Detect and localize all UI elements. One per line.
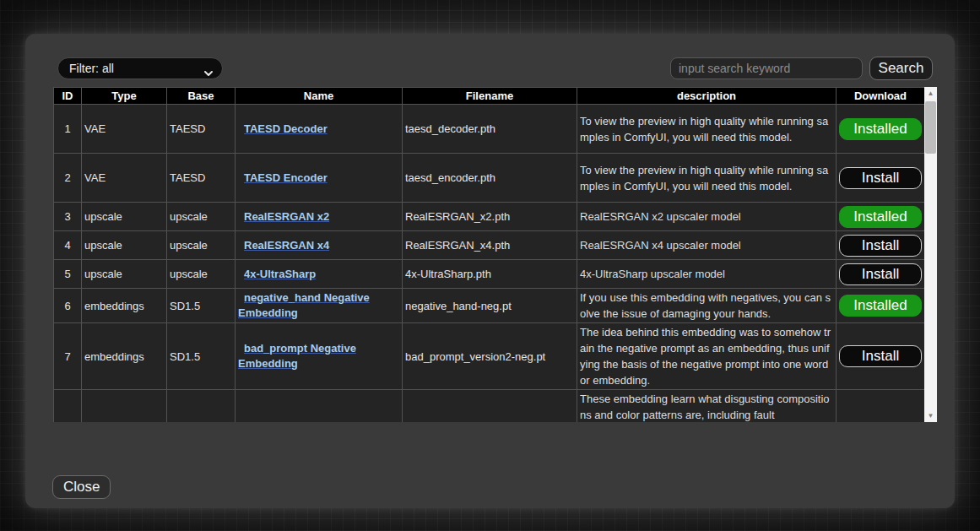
table-header-row: ID Type Base Name Filename description D… <box>54 88 925 105</box>
row-description-cell: RealESRGAN x2 upscaler model <box>577 203 837 231</box>
row-description-cell: To view the preview in high quality whil… <box>577 154 837 203</box>
row-filename-cell: bad_prompt_version2-neg.pt <box>403 323 577 390</box>
download-button[interactable]: Installed <box>839 295 922 317</box>
column-header-description: description <box>577 88 837 105</box>
row-type-cell: upscale <box>82 231 167 260</box>
table-row: 4 upscale upscale RealESRGAN x4 RealESRG… <box>54 231 925 260</box>
row-filename-cell: taesd_encoder.pth <box>403 154 577 203</box>
download-button[interactable]: Installed <box>839 118 922 140</box>
table-row: 3 upscale upscale RealESRGAN x2 RealESRG… <box>54 203 925 231</box>
download-button[interactable]: Installed <box>839 206 922 228</box>
row-description-cell: If you use this embedding with negatives… <box>577 289 837 323</box>
row-base-cell: TAESD <box>167 105 236 154</box>
row-name-cell: TAESD Decoder <box>236 105 403 154</box>
row-description-cell: To view the preview in high quality whil… <box>577 105 837 154</box>
row-download-cell: Installed <box>837 289 925 323</box>
row-type-cell: VAE <box>82 105 167 154</box>
model-name-link[interactable]: 4x-UltraSharp <box>238 267 399 282</box>
row-name-cell: 4x-UltraSharp <box>236 260 403 289</box>
row-type-cell: embeddings <box>82 289 167 323</box>
model-name-link[interactable]: TAESD Decoder <box>238 122 399 137</box>
table-row: 6 embeddings SD1.5 negative_hand Negativ… <box>54 289 925 323</box>
row-id-cell: 6 <box>54 289 82 323</box>
close-button[interactable]: Close <box>52 475 111 499</box>
model-name-link[interactable]: RealESRGAN x2 <box>238 209 399 225</box>
row-download-cell: Installed <box>837 105 925 154</box>
row-type-cell: VAE <box>82 154 167 203</box>
row-download-cell: Install <box>837 323 925 390</box>
row-download-cell: Install <box>837 154 925 203</box>
row-type-cell: upscale <box>82 203 167 231</box>
row-filename-cell: taesd_decoder.pth <box>403 105 577 154</box>
column-header-id: ID <box>54 88 82 105</box>
row-download-cell <box>837 390 925 423</box>
model-name-link[interactable]: negative_hand Negative Embedding <box>238 290 399 321</box>
filter-dropdown[interactable]: Filter: all <box>57 57 223 79</box>
scroll-down-icon[interactable]: ▼ <box>924 409 937 422</box>
table-row: 2 VAE TAESD TAESD Encoder taesd_encoder.… <box>54 154 925 203</box>
model-name-link[interactable]: bad_prompt Negative Embedding <box>238 341 399 371</box>
model-name-link[interactable]: RealESRGAN x4 <box>238 238 399 253</box>
row-type-cell: embeddings <box>82 323 167 390</box>
row-base-cell: upscale <box>167 203 236 231</box>
row-name-cell: negative_hand Negative Embedding <box>236 289 403 323</box>
model-name-link[interactable]: TAESD Encoder <box>238 171 399 186</box>
table-row: These embedding learn what disgusting co… <box>54 390 925 423</box>
row-description-cell: These embedding learn what disgusting co… <box>577 390 837 423</box>
search-input[interactable] <box>670 57 863 79</box>
row-filename-cell <box>403 390 577 423</box>
row-id-cell: 3 <box>54 203 82 231</box>
row-base-cell: SD1.5 <box>167 289 236 323</box>
table-row: 7 embeddings SD1.5 bad_prompt Negative E… <box>54 323 925 390</box>
row-download-cell: Install <box>837 231 925 260</box>
row-type-cell: upscale <box>82 260 167 289</box>
table-scrollbar[interactable]: ▲ ▼ <box>924 87 937 422</box>
row-filename-cell: 4x-UltraSharp.pth <box>403 260 577 289</box>
models-table: ID Type Base Name Filename description D… <box>53 87 925 422</box>
row-download-cell: Installed <box>837 203 925 231</box>
column-header-type: Type <box>82 88 167 105</box>
row-base-cell: upscale <box>167 231 236 260</box>
model-manager-dialog: Filter: all Search ID Type Base Name Fil… <box>25 34 955 508</box>
column-header-base: Base <box>167 88 236 105</box>
row-id-cell: 1 <box>54 105 82 154</box>
row-base-cell: TAESD <box>167 154 236 203</box>
row-id-cell: 7 <box>54 323 82 390</box>
filter-dropdown-label: Filter: all <box>69 62 114 75</box>
chevron-down-icon <box>203 64 214 74</box>
search-button[interactable]: Search <box>869 57 933 80</box>
scrollbar-thumb[interactable] <box>925 101 936 154</box>
model-table-container: ID Type Base Name Filename description D… <box>53 87 937 422</box>
row-id-cell: 5 <box>54 260 82 289</box>
row-description-cell: RealESRGAN x4 upscaler model <box>577 231 837 260</box>
table-row: 5 upscale upscale 4x-UltraSharp 4x-Ultra… <box>54 260 925 289</box>
row-base-cell: SD1.5 <box>167 323 236 390</box>
row-filename-cell: negative_hand-neg.pt <box>403 289 577 323</box>
row-name-cell: TAESD Encoder <box>236 154 403 203</box>
column-header-filename: Filename <box>403 88 577 105</box>
row-name-cell <box>236 390 403 423</box>
column-header-name: Name <box>236 88 403 105</box>
row-id-cell <box>54 390 82 423</box>
row-id-cell: 2 <box>54 154 82 203</box>
row-id-cell: 4 <box>54 231 82 260</box>
download-button[interactable]: Install <box>839 167 922 189</box>
row-filename-cell: RealESRGAN_x2.pth <box>403 203 577 231</box>
row-description-cell: 4x-UltraSharp upscaler model <box>577 260 837 289</box>
row-name-cell: RealESRGAN x4 <box>236 231 403 260</box>
row-download-cell: Install <box>837 260 925 289</box>
row-description-cell: The idea behind this embedding was to so… <box>577 323 837 390</box>
row-filename-cell: RealESRGAN_x4.pth <box>403 231 577 260</box>
row-name-cell: bad_prompt Negative Embedding <box>236 323 403 390</box>
row-name-cell: RealESRGAN x2 <box>236 203 403 231</box>
scroll-up-icon[interactable]: ▲ <box>924 87 937 100</box>
table-row: 1 VAE TAESD TAESD Decoder taesd_decoder.… <box>54 105 925 154</box>
row-type-cell <box>82 390 167 423</box>
row-base-cell: upscale <box>167 260 236 289</box>
column-header-download: Download <box>837 88 925 105</box>
download-button[interactable]: Install <box>839 345 922 367</box>
download-button[interactable]: Install <box>839 263 922 285</box>
row-base-cell <box>167 390 236 423</box>
download-button[interactable]: Install <box>839 235 922 257</box>
